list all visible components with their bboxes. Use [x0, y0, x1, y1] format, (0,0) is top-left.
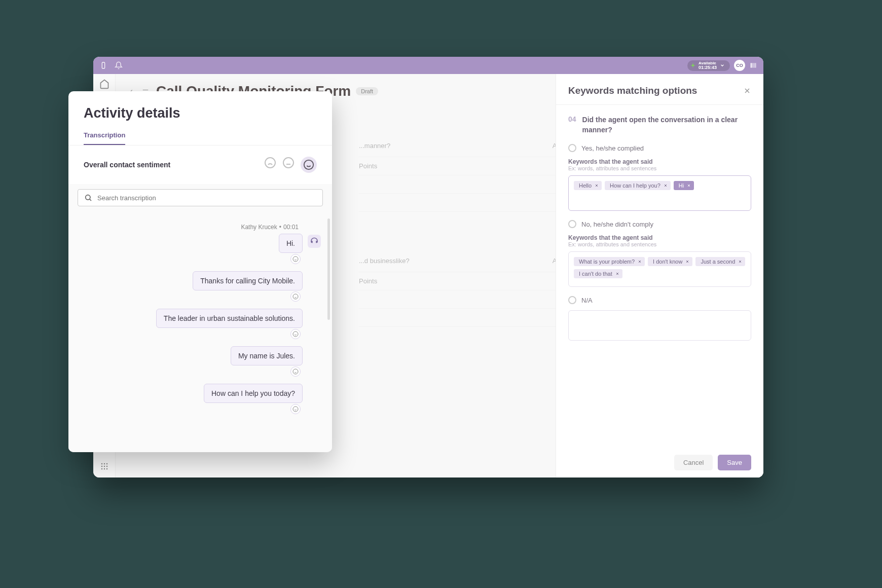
svg-point-59 [293, 332, 298, 337]
option-no[interactable]: No, he/she didn't comply [568, 220, 751, 228]
notification-icon[interactable] [115, 61, 123, 69]
svg-point-19 [101, 468, 102, 470]
svg-rect-0 [102, 62, 104, 68]
message-bubble: My name is Jules. [231, 346, 303, 365]
chip[interactable]: What is your problem? [574, 257, 645, 266]
svg-point-21 [106, 468, 107, 470]
radio-icon [568, 144, 576, 152]
kw-box-na[interactable] [568, 310, 751, 341]
status-pill[interactable]: Available 01:25:43 [687, 60, 730, 71]
draft-badge: Draft [356, 87, 378, 95]
kw-hint: Ex: words, attributes and sentences [568, 165, 751, 171]
activity-details-modal: Activity details Transcription Overall c… [68, 91, 332, 452]
svg-point-14 [103, 463, 105, 465]
svg-rect-5 [755, 63, 756, 67]
face-happy-icon[interactable] [301, 157, 317, 173]
svg-point-53 [293, 256, 298, 262]
kw-label: Keywords that the agent said [568, 158, 751, 165]
message-meta: Kathy Krucek•00:01 [80, 224, 299, 231]
reaction-icon[interactable] [290, 404, 301, 414]
kw-box-no[interactable]: What is your problem? I don't know Just … [568, 251, 751, 287]
status-time: 01:25:43 [699, 65, 717, 70]
panel-title: Keywords matching options [568, 85, 697, 96]
svg-rect-3 [753, 63, 753, 67]
svg-marker-1 [690, 63, 695, 68]
svg-point-41 [265, 158, 275, 168]
top-bar: Available 01:25:43 CO [93, 57, 763, 74]
svg-point-44 [283, 158, 293, 168]
chip[interactable]: Hello [574, 181, 602, 190]
kw-label: Keywords that the agent said [568, 234, 751, 241]
svg-point-51 [86, 195, 90, 200]
chip[interactable]: I can't do that [574, 269, 622, 278]
svg-point-17 [103, 466, 105, 467]
reaction-icon[interactable] [290, 291, 301, 302]
svg-point-18 [106, 466, 107, 467]
svg-line-52 [90, 199, 91, 201]
face-neutral-icon[interactable] [282, 157, 295, 169]
chip[interactable]: How can I help you? [605, 181, 671, 190]
option-na[interactable]: N/A [568, 296, 751, 304]
message-bubble: The leader in urban sustainable solution… [156, 309, 303, 328]
chip[interactable]: Just a second [695, 257, 745, 266]
home-icon[interactable] [99, 79, 109, 89]
svg-point-48 [304, 160, 313, 169]
radio-icon [568, 296, 576, 304]
message-bubble: Thanks for calling City Mobile. [193, 271, 303, 290]
status-dot-icon [690, 63, 695, 68]
apps-grid-icon[interactable] [99, 461, 109, 471]
search-icon [84, 194, 92, 202]
message-bubble: How can I help you today? [204, 384, 303, 403]
svg-point-13 [101, 463, 102, 465]
app-logo-icon [99, 61, 107, 69]
headset-icon [308, 235, 321, 248]
search-box[interactable] [78, 189, 323, 206]
scrollbar[interactable] [327, 218, 330, 320]
face-sad-icon[interactable] [264, 157, 276, 169]
kw-box-yes[interactable]: Hello How can I help you? Hi [568, 175, 751, 211]
search-input[interactable] [97, 194, 316, 202]
modal-title: Activity details [84, 105, 317, 121]
tab-transcription[interactable]: Transcription [84, 131, 125, 145]
svg-point-56 [293, 294, 298, 299]
question-text: Did the agent open the conversation in a… [582, 115, 751, 135]
svg-rect-2 [751, 63, 752, 67]
radio-icon [568, 220, 576, 228]
svg-point-16 [101, 466, 102, 467]
save-button[interactable]: Save [718, 455, 751, 470]
chevron-down-icon [720, 63, 725, 68]
svg-rect-4 [754, 63, 754, 67]
avatar[interactable]: CO [734, 60, 745, 71]
svg-point-65 [293, 407, 298, 412]
reaction-icon[interactable] [290, 329, 301, 339]
message-bubble: Hi. [279, 234, 303, 253]
reaction-icon[interactable] [290, 254, 301, 264]
close-icon[interactable] [743, 87, 751, 95]
svg-point-62 [293, 369, 298, 374]
chip[interactable]: I don't know [648, 257, 692, 266]
question-number: 04 [568, 115, 576, 135]
cancel-button[interactable]: Cancel [674, 455, 713, 470]
transcript: Kathy Krucek•00:01 Hi. Thanks for callin… [68, 213, 332, 452]
reaction-icon[interactable] [290, 366, 301, 377]
svg-point-15 [106, 463, 107, 465]
option-yes[interactable]: Yes, he/she complied [568, 144, 751, 152]
chip[interactable]: Hi [674, 181, 694, 190]
panel-toggle-icon[interactable] [749, 61, 757, 69]
kw-hint: Ex: words, attributes and sentences [568, 241, 751, 247]
keywords-panel: Keywords matching options 04 Did the age… [556, 74, 763, 477]
svg-point-20 [103, 468, 105, 470]
sentiment-label: Overall contact sentiment [84, 161, 170, 169]
